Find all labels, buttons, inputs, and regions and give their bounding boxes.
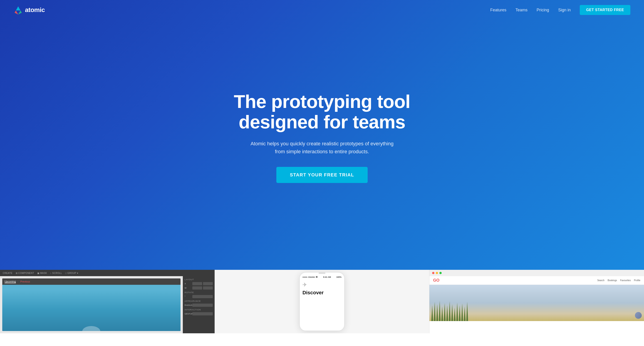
start-trial-button[interactable]: START YOUR FREE TRIAL [276,167,368,183]
sidebar-y-input[interactable] [203,282,213,285]
chrome-minimize-dot [436,272,438,274]
navbar: atomic Features Teams Pricing Sign in GE… [0,0,644,20]
tree-6 [444,303,446,321]
sidebar-x-label: X [184,283,192,285]
phone-carrier-area: ●●●● Atomic ⌘ [302,276,318,278]
phone-discover-title: Discover [302,290,342,296]
tree-5 [441,306,443,321]
toolbar-component: ⊞ COMPONENT [16,272,34,274]
hero-section: The prototyping tool designed for teams … [0,0,644,270]
plane-icon: ✈ [302,282,342,288]
tree-12 [459,305,460,321]
web-navbar: GO Search Bookings Favourites Profile [430,276,644,285]
toolbar-mask: ▣ MASK [37,272,47,274]
sidebar-gesture-label: GESTURE [184,313,192,315]
sidebar-rotate-row: ° [184,295,213,298]
web-nav-links: Search Bookings Favourites Profile [597,279,640,282]
sidebar-interaction-title: INTERACTION [184,309,213,311]
trees-decoration [430,303,644,321]
sidebar-radius-label: RADIUS [184,304,192,306]
web-nav-bookings[interactable]: Bookings [608,279,617,282]
tree-3 [436,304,438,321]
canvas-placeholder [2,289,180,331]
tree-13 [461,303,463,321]
nav-links: Features Teams Pricing Sign in GET START… [490,5,630,15]
hero-subtitle: Atomic helps you quickly create realisti… [249,140,395,156]
get-started-button[interactable]: GET STARTED FREE [580,5,630,15]
editor-panel: CREATE ⊞ COMPONENT ▣ MASK ↕ SCROLL □ GRO… [0,270,214,333]
tree-1 [431,305,433,321]
editor-content: Upcoming Previous LAYOUT X W [0,276,214,333]
sidebar-w-input[interactable] [192,286,202,290]
sidebar-gesture-input[interactable] [192,312,213,315]
tree-9 [451,304,453,321]
logo-text: atomic [25,6,45,13]
editor-canvas: Upcoming Previous [0,276,183,333]
canvas-image [2,285,180,331]
chrome-close-dot [432,272,434,274]
nav-link-teams[interactable]: Teams [516,8,528,12]
web-content: GO Search Bookings Favourites Profile [430,276,644,333]
web-logo: GO [433,278,440,283]
nav-link-signin[interactable]: Sign in [558,8,571,12]
tree-8 [449,301,450,321]
sidebar-radius-row: RADIUS [184,304,213,307]
web-hero-image [430,285,644,321]
canvas-inner: Upcoming Previous [2,278,180,331]
web-panel: GO Search Bookings Favourites Profile [430,270,644,333]
tree-14 [464,306,466,321]
tree-7 [446,305,448,321]
web-nav-search[interactable]: Search [597,279,604,282]
sidebar-w-row: W [184,286,213,290]
sidebar-radius-input[interactable] [192,304,213,307]
logo-area[interactable]: atomic [14,5,45,14]
svg-marker-2 [14,10,18,14]
canvas-tab-previous[interactable]: Previous [20,280,30,283]
phone-notch [318,273,326,274]
sidebar-h-input[interactable] [203,286,213,290]
editor-toolbar: CREATE ⊞ COMPONENT ▣ MASK ↕ SCROLL □ GRO… [0,270,214,276]
nav-link-pricing[interactable]: Pricing [536,8,549,12]
mobile-panel: ●●●● Atomic ⌘ 9:41 AM 100% ✈ Discover [214,270,430,333]
svg-marker-1 [16,6,20,10]
phone-content: ✈ Discover [300,280,344,331]
phone-battery: 100% [336,276,342,278]
web-nav-profile[interactable]: Profile [634,279,640,282]
tree-15 [466,302,468,321]
tree-11 [456,303,458,321]
hero-title: The prototyping tool designed for teams [226,91,418,132]
sidebar-x-row: X [184,282,213,285]
sidebar-rotate-input[interactable] [192,295,213,298]
phone-carrier: Atomic [308,276,315,278]
phone-status-bar: ●●●● Atomic ⌘ 9:41 AM 100% [300,274,344,280]
sidebar-layout-title: LAYOUT [184,278,213,281]
sidebar-w-label: W [184,287,192,289]
phone-mockup: ●●●● Atomic ⌘ 9:41 AM 100% ✈ Discover [299,272,345,331]
canvas-tabs: Upcoming Previous [2,278,180,285]
svg-marker-3 [18,10,22,14]
toolbar-create: CREATE [3,272,12,274]
canvas-tab-upcoming[interactable]: Upcoming [4,280,16,283]
sidebar-appearance-title: APPEARANCE [184,300,213,302]
phone-time: 9:41 AM [323,276,331,278]
tree-4 [439,301,440,321]
sidebar-rotate-title: ROTATE [184,291,213,294]
tree-2 [434,302,436,321]
screenshots-section: CREATE ⊞ COMPONENT ▣ MASK ↕ SCROLL □ GRO… [0,270,644,333]
toolbar-group: □ GROUP ▾ [65,272,78,274]
web-nav-favourites[interactable]: Favourites [620,279,631,282]
phone-dots-signal: ●●●● [302,276,308,278]
tree-10 [454,308,456,321]
browser-chrome [430,270,644,276]
sidebar-rotate-label: ° [184,295,192,298]
sidebar-x-input[interactable] [192,282,202,285]
nav-link-features[interactable]: Features [490,8,506,12]
editor-sidebar: LAYOUT X W ROTATE ° APPEARANCE [183,276,214,333]
toolbar-scroll: ↕ SCROLL [50,272,62,274]
chrome-maximize-dot [440,272,442,274]
atomic-logo-icon [14,5,23,14]
phone-wifi-icon: ⌘ [316,276,318,278]
sidebar-gesture-row: GESTURE [184,312,213,315]
